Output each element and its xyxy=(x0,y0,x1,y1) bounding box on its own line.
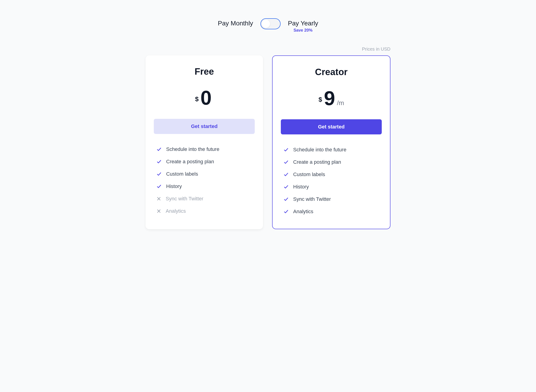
pay-yearly-label[interactable]: Pay Yearly xyxy=(288,18,318,27)
feature-item: Analytics xyxy=(284,205,379,218)
plan-card-creator: Creator $ 9 /m Get started Schedule into… xyxy=(272,56,390,229)
feature-item: Create a posting plan xyxy=(284,156,379,168)
feature-text: Schedule into the future xyxy=(293,147,346,153)
feature-text: Analytics xyxy=(166,208,186,214)
feature-text: Create a posting plan xyxy=(293,159,341,165)
feature-text: Analytics xyxy=(293,209,313,215)
currency-note: Prices in USD xyxy=(146,47,390,52)
toggle-knob xyxy=(262,20,270,28)
feature-list: Schedule into the future Create a postin… xyxy=(281,144,382,218)
feature-text: History xyxy=(166,183,182,189)
price-amount: 9 xyxy=(324,88,335,108)
feature-text: Sync with Twitter xyxy=(166,196,203,202)
feature-item: Create a posting plan xyxy=(157,155,252,168)
price-amount: 0 xyxy=(200,88,212,108)
feature-item: Custom labels xyxy=(157,168,252,180)
check-icon xyxy=(284,197,289,202)
x-icon xyxy=(157,209,161,213)
feature-text: Custom labels xyxy=(166,171,198,177)
feature-item: History xyxy=(157,180,252,193)
pricing-section: Pay Monthly Pay Yearly Save 20% Prices i… xyxy=(108,18,428,229)
check-icon xyxy=(284,209,289,214)
plans-grid: Free $ 0 Get started Schedule into the f… xyxy=(146,56,390,229)
check-icon xyxy=(157,147,162,152)
feature-item: Custom labels xyxy=(284,168,379,181)
feature-item: Analytics xyxy=(157,205,252,217)
get-started-button-free[interactable]: Get started xyxy=(154,119,255,134)
billing-toggle[interactable] xyxy=(260,18,281,29)
plan-card-free: Free $ 0 Get started Schedule into the f… xyxy=(146,56,263,229)
check-icon xyxy=(284,147,289,152)
billing-toggle-row: Pay Monthly Pay Yearly Save 20% xyxy=(108,18,428,33)
feature-item: Sync with Twitter xyxy=(284,193,379,205)
pay-monthly-label[interactable]: Pay Monthly xyxy=(218,18,253,27)
plan-name: Free xyxy=(154,66,255,77)
plan-name: Creator xyxy=(281,67,382,77)
price-row: $ 9 /m xyxy=(281,88,382,108)
check-icon xyxy=(157,184,162,189)
save-badge: Save 20% xyxy=(294,28,313,33)
price-row: $ 0 xyxy=(154,88,255,108)
pay-yearly-group: Pay Yearly Save 20% xyxy=(288,18,318,33)
feature-text: Sync with Twitter xyxy=(293,196,331,202)
check-icon xyxy=(284,160,289,165)
feature-item: Schedule into the future xyxy=(284,144,379,156)
check-icon xyxy=(284,184,289,189)
feature-list: Schedule into the future Create a postin… xyxy=(154,143,255,217)
feature-text: History xyxy=(293,184,309,190)
feature-text: Create a posting plan xyxy=(166,159,214,165)
check-icon xyxy=(157,172,162,177)
feature-text: Schedule into the future xyxy=(166,146,219,152)
feature-item: Sync with Twitter xyxy=(157,193,252,205)
check-icon xyxy=(157,159,162,164)
currency-symbol: $ xyxy=(319,96,322,103)
get-started-button-creator[interactable]: Get started xyxy=(281,119,382,134)
feature-item: History xyxy=(284,181,379,193)
feature-item: Schedule into the future xyxy=(157,143,252,155)
price-period: /m xyxy=(337,99,344,107)
feature-text: Custom labels xyxy=(293,172,325,177)
x-icon xyxy=(157,196,161,201)
currency-symbol: $ xyxy=(195,95,199,103)
check-icon xyxy=(284,172,289,177)
